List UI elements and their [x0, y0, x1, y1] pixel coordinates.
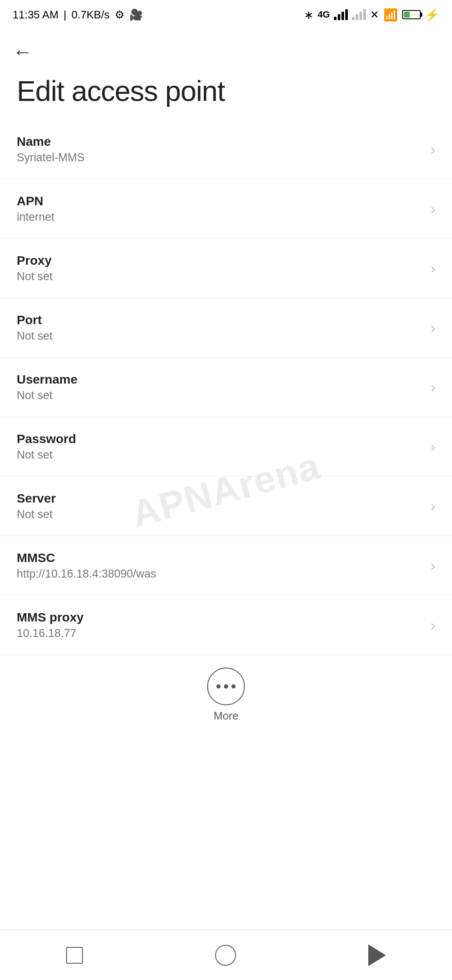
settings-item-proxy-content: Proxy Not set	[17, 253, 422, 283]
settings-value-username: Not set	[17, 389, 422, 402]
settings-value-port: Not set	[17, 330, 422, 343]
chevron-right-icon-name: ›	[431, 141, 435, 157]
more-button[interactable]	[207, 668, 245, 705]
chevron-right-icon-username: ›	[431, 379, 435, 395]
time-display: 11:35 AM	[13, 8, 59, 21]
settings-label-name: Name	[17, 134, 422, 149]
settings-item-port[interactable]: Port Not set ›	[0, 298, 452, 358]
network-type-icon: 4G	[318, 9, 330, 20]
more-dot-1	[216, 684, 221, 689]
settings-value-mmsc: http://10.16.18.4:38090/was	[17, 567, 422, 580]
settings-list: Name Syriatel-MMS › APN internet › Proxy…	[0, 120, 452, 655]
settings-label-server: Server	[17, 491, 422, 505]
chevron-right-icon-mmsc: ›	[431, 557, 435, 574]
bluetooth-icon: ∗	[304, 8, 313, 22]
settings-item-mmsc-content: MMSC http://10.16.18.4:38090/was	[17, 551, 422, 580]
settings-item-mms-proxy-content: MMS proxy 10.16.18.77	[17, 610, 422, 640]
nav-bar	[0, 930, 452, 980]
bolt-icon: ⚡	[425, 8, 439, 22]
settings-item-apn-content: APN internet	[17, 194, 422, 224]
settings-value-server: Not set	[17, 508, 422, 521]
nav-back-icon	[368, 944, 386, 966]
settings-item-name-content: Name Syriatel-MMS	[17, 134, 422, 164]
speed-display: |	[64, 8, 67, 21]
settings-item-name[interactable]: Name Syriatel-MMS ›	[0, 120, 452, 179]
network-speed: 0.7KB/s	[72, 8, 110, 21]
settings-label-apn: APN	[17, 194, 422, 208]
chevron-right-icon-port: ›	[431, 320, 435, 336]
page-title: Edit access point	[0, 66, 452, 120]
settings-item-apn[interactable]: APN internet ›	[0, 179, 452, 239]
status-left: 11:35 AM | 0.7KB/s ⚙ 🎥	[13, 8, 143, 21]
status-bar: 11:35 AM | 0.7KB/s ⚙ 🎥 ∗ 4G ✕ 📶 ⚡	[0, 0, 452, 29]
status-right: ∗ 4G ✕ 📶 ⚡	[304, 8, 439, 22]
chevron-right-icon-server: ›	[431, 498, 435, 514]
more-dots-icon	[216, 684, 236, 689]
settings-label-username: Username	[17, 372, 422, 387]
wifi-icon: 📶	[383, 8, 398, 22]
settings-label-port: Port	[17, 313, 422, 327]
chevron-right-icon-apn: ›	[431, 201, 435, 217]
nav-home-button[interactable]	[215, 945, 236, 966]
chevron-right-icon-mms-proxy: ›	[431, 617, 435, 633]
signal-bars-2	[352, 9, 366, 20]
settings-item-password-content: Password Not set	[17, 432, 422, 462]
settings-item-username[interactable]: Username Not set ›	[0, 358, 452, 417]
back-button-container[interactable]: ←	[0, 29, 452, 66]
settings-label-mms-proxy: MMS proxy	[17, 610, 422, 624]
more-label: More	[213, 709, 238, 722]
settings-item-mmsc[interactable]: MMSC http://10.16.18.4:38090/was ›	[0, 536, 452, 596]
settings-item-server-content: Server Not set	[17, 491, 422, 521]
settings-item-server[interactable]: Server Not set ›	[0, 477, 452, 536]
settings-value-password: Not set	[17, 449, 422, 462]
settings-icon: ⚙	[115, 8, 124, 21]
settings-label-password: Password	[17, 432, 422, 446]
settings-value-proxy: Not set	[17, 270, 422, 283]
nav-recents-icon	[66, 947, 83, 964]
settings-value-apn: internet	[17, 211, 422, 224]
settings-item-proxy[interactable]: Proxy Not set ›	[0, 239, 452, 298]
settings-item-password[interactable]: Password Not set ›	[0, 417, 452, 477]
settings-item-mms-proxy[interactable]: MMS proxy 10.16.18.77 ›	[0, 596, 452, 655]
more-button-container[interactable]: More	[0, 655, 452, 731]
nav-recents-button[interactable]	[66, 947, 83, 964]
signal-bars-1	[334, 9, 348, 20]
settings-label-mmsc: MMSC	[17, 551, 422, 565]
more-dot-2	[224, 684, 228, 689]
nav-home-icon	[215, 945, 236, 966]
settings-item-port-content: Port Not set	[17, 313, 422, 343]
settings-value-name: Syriatel-MMS	[17, 151, 422, 164]
nav-back-button[interactable]	[368, 944, 386, 966]
back-arrow-icon[interactable]: ←	[13, 41, 33, 63]
battery-indicator	[402, 10, 421, 19]
more-dot-3	[231, 684, 236, 689]
signal-x-icon: ✕	[370, 8, 379, 21]
settings-item-username-content: Username Not set	[17, 372, 422, 402]
settings-label-proxy: Proxy	[17, 253, 422, 268]
settings-value-mms-proxy: 10.16.18.77	[17, 627, 422, 640]
chevron-right-icon-password: ›	[431, 438, 435, 455]
chevron-right-icon-proxy: ›	[431, 260, 435, 276]
camera-icon: 🎥	[129, 8, 143, 21]
